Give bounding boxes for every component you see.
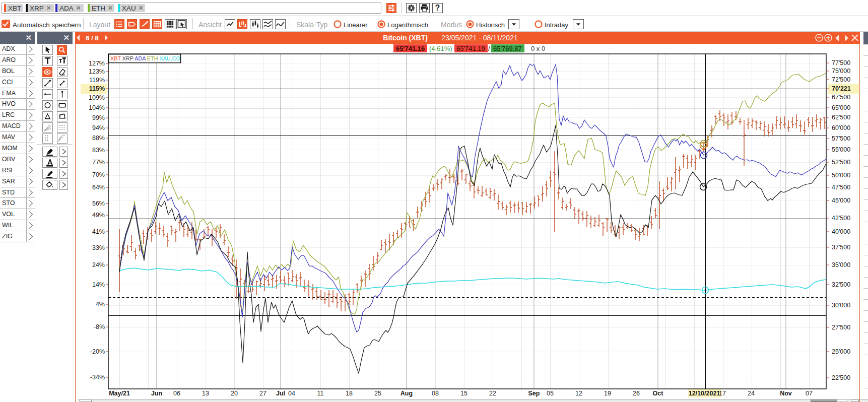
svg-text:-8%: -8% (94, 323, 105, 330)
svg-text:25: 25 (374, 390, 381, 397)
svg-text:50'000: 50'000 (832, 172, 850, 179)
svg-text:Aug: Aug (400, 390, 413, 397)
svg-text:12/10/2021: 12/10/2021 (689, 390, 720, 397)
svg-text:4%: 4% (96, 301, 105, 308)
svg-text:65'741.19: 65'741.19 (456, 45, 485, 52)
svg-text:(4.61%): (4.61%) (429, 45, 452, 52)
svg-text:Jul: Jul (276, 390, 285, 397)
svg-text:27'500: 27'500 (832, 324, 850, 331)
svg-text:22: 22 (489, 390, 496, 397)
svg-text:77'500: 77'500 (832, 59, 850, 66)
svg-text:35'000: 35'000 (832, 261, 850, 269)
svg-text:47'500: 47'500 (832, 184, 850, 191)
svg-text:24: 24 (748, 390, 755, 397)
svg-text:26: 26 (633, 390, 640, 397)
svg-text:70%: 70% (92, 171, 105, 178)
svg-text:32'500: 32'500 (832, 281, 850, 288)
svg-text:13: 13 (202, 390, 209, 397)
svg-text:75'000: 75'000 (832, 68, 850, 75)
svg-text:18: 18 (346, 390, 353, 397)
svg-text:/: / (488, 45, 490, 52)
svg-text:Nov: Nov (780, 390, 792, 397)
svg-text:56%: 56% (92, 200, 105, 207)
svg-text:72'500: 72'500 (832, 76, 850, 83)
svg-text:42'500: 42'500 (832, 215, 850, 222)
svg-text:109%: 109% (89, 94, 105, 101)
svg-text:99%: 99% (92, 114, 105, 121)
svg-text:41%: 41% (92, 228, 105, 235)
svg-text:83%: 83% (92, 147, 105, 154)
svg-text:May/21: May/21 (109, 390, 130, 397)
svg-text:52'500: 52'500 (832, 159, 850, 166)
svg-text:11: 11 (317, 390, 324, 397)
svg-text:45'000: 45'000 (832, 197, 850, 204)
svg-text:04: 04 (288, 390, 295, 397)
svg-text:0 x 0: 0 x 0 (531, 45, 545, 52)
svg-text:64%: 64% (92, 184, 105, 191)
svg-text:77%: 77% (92, 159, 105, 166)
svg-text:55'000: 55'000 (832, 146, 850, 153)
svg-text:07: 07 (806, 390, 813, 397)
svg-text:70'221: 70'221 (832, 85, 851, 92)
svg-text:20: 20 (231, 390, 238, 397)
svg-text:XBT XRP ADA ETH XAU,CO: XBT XRP ADA ETH XAU,CO (110, 55, 180, 61)
svg-text:60'000: 60'000 (832, 124, 850, 131)
svg-text:57'500: 57'500 (832, 135, 850, 142)
svg-text:19: 19 (604, 390, 611, 397)
svg-text:62'500: 62'500 (832, 114, 850, 121)
svg-text:37'500: 37'500 (832, 244, 850, 251)
svg-text:-34%: -34% (90, 374, 105, 381)
svg-text:27: 27 (259, 390, 266, 397)
svg-text:30'000: 30'000 (832, 302, 850, 309)
svg-text:Jun: Jun (151, 390, 162, 397)
svg-text:24%: 24% (92, 261, 105, 269)
svg-text:06: 06 (173, 390, 180, 397)
svg-text:65'000: 65'000 (832, 104, 850, 111)
svg-text:6 / 8: 6 / 8 (86, 34, 98, 42)
svg-text:104%: 104% (89, 104, 105, 111)
svg-text:94%: 94% (92, 124, 105, 131)
svg-text:12: 12 (575, 390, 582, 397)
svg-text:67'500: 67'500 (832, 94, 850, 101)
svg-text:88%: 88% (92, 135, 105, 142)
svg-text:127%: 127% (89, 60, 105, 67)
svg-text:65'741.16: 65'741.16 (396, 45, 425, 52)
svg-text:Bitcoin (XBT) 23/05/2021: Bitcoin (XBT) 23/05/2021 - 08/11/2021 (383, 34, 518, 42)
svg-text:119%: 119% (89, 77, 105, 84)
svg-text:14%: 14% (92, 281, 105, 288)
svg-text:115%: 115% (89, 85, 105, 92)
svg-text:Sep: Sep (528, 390, 540, 397)
svg-text:17: 17 (719, 390, 726, 397)
svg-text:08: 08 (432, 390, 439, 397)
svg-text:15: 15 (460, 390, 468, 397)
svg-text:40'000: 40'000 (832, 228, 850, 235)
svg-text:25'000: 25'000 (832, 348, 850, 355)
svg-text:33%: 33% (92, 244, 105, 251)
svg-text:22'500: 22'500 (832, 374, 850, 381)
svg-text:65'769.87: 65'769.87 (493, 45, 522, 52)
svg-text:123%: 123% (89, 68, 105, 75)
svg-text:49%: 49% (92, 212, 105, 219)
svg-text:Oct: Oct (653, 390, 664, 397)
svg-text:-20%: -20% (90, 348, 105, 355)
svg-text:05: 05 (547, 390, 554, 397)
